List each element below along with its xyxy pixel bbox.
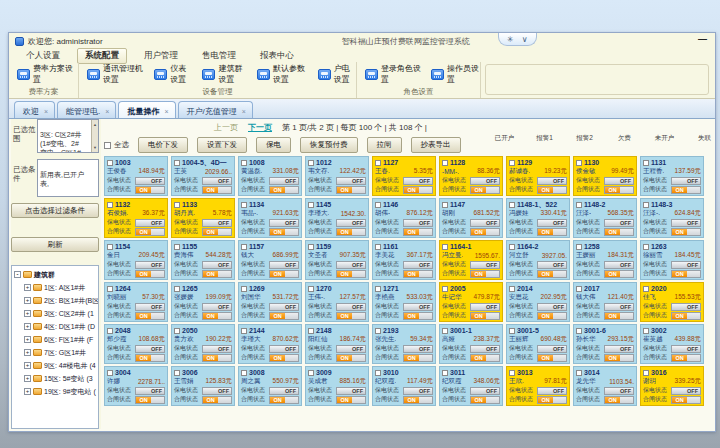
document-tab[interactable]: 能管理电. × <box>57 101 116 118</box>
meter-card[interactable]: 1148-1、522 冯媛娃 330.41元 保电状态 OFF 合闸状态 O <box>506 198 570 238</box>
meter-card[interactable]: 1129 郝诚春. 19.23元 保电状态 OFF 合闸状态 ON <box>506 156 570 196</box>
ribbon-button[interactable]: 操作员设置 <box>431 63 480 85</box>
meter-card[interactable]: 2020 佳飞 155.53元 保电状态 OFF 合闸状态 ON <box>640 282 704 322</box>
card-checkbox[interactable] <box>643 244 649 250</box>
breaker-status-toggle[interactable]: ON <box>269 312 299 320</box>
filter-select-button[interactable]: 点击选择过滤条件 <box>11 203 99 218</box>
card-checkbox[interactable] <box>308 160 314 166</box>
meter-card[interactable]: 1269 刘国华 531.72元 保电状态 OFF 合闸状态 ON <box>238 282 302 322</box>
menu-item[interactable]: 个人设置 <box>19 49 67 63</box>
supply-status-toggle[interactable]: OFF <box>537 177 567 185</box>
tree-item[interactable]: + 1区: A区1#井 <box>24 281 98 294</box>
breaker-status-toggle[interactable]: ON <box>269 186 299 194</box>
expand-node-icon[interactable]: + <box>24 336 31 343</box>
meter-card[interactable]: 1264 刘晓丽 57.30元 保电状态 OFF 合闸状态 ON <box>104 282 168 322</box>
skin-switcher[interactable]: ✳ ∨ <box>498 33 537 46</box>
ribbon-button[interactable]: 仪表设置 <box>154 63 192 85</box>
supply-status-toggle[interactable]: OFF <box>202 261 232 269</box>
breaker-status-toggle[interactable]: ON <box>403 228 433 236</box>
breaker-status-toggle[interactable]: ON <box>336 186 366 194</box>
breaker-status-toggle[interactable]: ON <box>671 312 701 320</box>
collapse-node-icon[interactable]: - <box>14 271 21 278</box>
supply-status-toggle[interactable]: OFF <box>269 345 299 353</box>
action-button[interactable]: 电价下发 <box>138 137 188 153</box>
supply-status-toggle[interactable]: OFF <box>403 219 433 227</box>
breaker-status-toggle[interactable]: ON <box>604 270 634 278</box>
ribbon-button[interactable]: 通讯管理机设置 <box>87 63 144 85</box>
tree-item[interactable]: + 9区: 4#楼电井 (4 <box>24 359 98 372</box>
breaker-status-toggle[interactable]: ON <box>470 396 500 404</box>
supply-status-toggle[interactable]: OFF <box>135 387 165 395</box>
card-checkbox[interactable] <box>375 244 381 250</box>
card-checkbox[interactable] <box>174 370 180 376</box>
supply-status-toggle[interactable]: OFF <box>269 303 299 311</box>
card-checkbox[interactable] <box>308 244 314 250</box>
breaker-status-toggle[interactable]: ON <box>470 228 500 236</box>
card-checkbox[interactable] <box>107 202 113 208</box>
meter-card[interactable]: 1258 王媛丽 184.31元 保电状态 OFF 合闸状态 ON <box>573 240 637 280</box>
supply-status-toggle[interactable]: OFF <box>336 219 366 227</box>
breaker-status-toggle[interactable]: ON <box>470 354 500 362</box>
meter-card[interactable]: 1271 李艳燕 533.03元 保电状态 OFF 合闸状态 ON <box>372 282 436 322</box>
meter-card[interactable]: 1147 胡刚 681.52元 保电状态 OFF 合闸状态 ON <box>439 198 503 238</box>
card-checkbox[interactable] <box>576 160 582 166</box>
supply-status-toggle[interactable]: OFF <box>403 261 433 269</box>
breaker-status-toggle[interactable]: ON <box>671 354 701 362</box>
document-tab[interactable]: 欢迎 × <box>14 101 55 118</box>
card-checkbox[interactable] <box>442 328 448 334</box>
card-checkbox[interactable] <box>107 328 113 334</box>
card-checkbox[interactable] <box>576 286 582 292</box>
meter-card[interactable]: 1154 金日 209.45元 保电状态 OFF 合闸状态 ON <box>104 240 168 280</box>
expand-node-icon[interactable]: + <box>24 362 31 369</box>
scroll-up-icon[interactable]: ▲ <box>93 120 97 129</box>
expand-node-icon[interactable]: + <box>24 375 31 382</box>
meter-card[interactable]: 2050 贵方欢 190.22元 保电状态 OFF 合闸状态 ON <box>171 324 235 364</box>
expand-node-icon[interactable]: + <box>24 310 31 317</box>
supply-status-toggle[interactable]: OFF <box>202 177 232 185</box>
action-button[interactable]: 恢复预付费 <box>300 137 358 153</box>
card-checkbox[interactable] <box>107 244 113 250</box>
meter-card[interactable]: 3014 龙先华 1103.54. 保电状态 OFF 合闸状态 ON <box>573 366 637 406</box>
meter-card[interactable]: 1134 韦品-. 921.63元 保电状态 OFF 合闸状态 ON <box>238 198 302 238</box>
supply-status-toggle[interactable]: OFF <box>537 261 567 269</box>
refresh-button[interactable]: 刷新 <box>11 237 99 252</box>
breaker-status-toggle[interactable]: ON <box>470 270 500 278</box>
meter-card[interactable]: 3001-6 孙长华 293.15元 保电状态 OFF 合闸状态 ON <box>573 324 637 364</box>
supply-status-toggle[interactable]: OFF <box>403 387 433 395</box>
breaker-status-toggle[interactable]: ON <box>537 396 567 404</box>
card-checkbox[interactable] <box>576 202 582 208</box>
card-checkbox[interactable] <box>643 160 649 166</box>
breaker-status-toggle[interactable]: ON <box>336 354 366 362</box>
supply-status-toggle[interactable]: OFF <box>202 345 232 353</box>
breaker-status-toggle[interactable]: ON <box>604 186 634 194</box>
supply-status-toggle[interactable]: OFF <box>671 387 701 395</box>
breaker-status-toggle[interactable]: ON <box>336 270 366 278</box>
tab-close-icon[interactable]: × <box>105 108 109 115</box>
supply-status-toggle[interactable]: OFF <box>537 303 567 311</box>
breaker-status-toggle[interactable]: ON <box>336 228 366 236</box>
menu-item[interactable]: 用户管理 <box>137 49 185 63</box>
listbox-scrollbar[interactable]: ▲ ▼ <box>91 120 98 152</box>
breaker-status-toggle[interactable]: ON <box>269 270 299 278</box>
ribbon-button[interactable]: 费率方案设置 <box>17 63 78 85</box>
tree-item[interactable]: + 6区: F区1#井 (F <box>24 333 98 346</box>
ribbon-button[interactable]: 户电设置 <box>318 63 356 85</box>
card-checkbox[interactable] <box>375 160 381 166</box>
supply-status-toggle[interactable]: OFF <box>269 219 299 227</box>
card-checkbox[interactable] <box>174 328 180 334</box>
breaker-status-toggle[interactable]: ON <box>336 396 366 404</box>
card-checkbox[interactable] <box>308 202 314 208</box>
ribbon-button[interactable]: 建筑群设置 <box>202 63 247 85</box>
breaker-status-toggle[interactable]: ON <box>202 354 232 362</box>
supply-status-toggle[interactable]: OFF <box>604 219 634 227</box>
tree-item[interactable]: + 3区: C区2#井 (1 <box>24 307 98 320</box>
next-page-link[interactable]: 下一页 <box>248 122 272 133</box>
tree-item[interactable]: + 15区: 5#变站 (3 <box>24 372 98 385</box>
supply-status-toggle[interactable]: OFF <box>269 261 299 269</box>
supply-status-toggle[interactable]: OFF <box>604 387 634 395</box>
supply-status-toggle[interactable]: OFF <box>470 345 500 353</box>
action-button[interactable]: 拉闸 <box>367 137 402 153</box>
supply-status-toggle[interactable]: OFF <box>202 387 232 395</box>
minimize-icon[interactable]: — <box>698 35 707 44</box>
meter-card[interactable]: 3010 纪双霞. 117.49元 保电状态 OFF 合闸状态 ON <box>372 366 436 406</box>
